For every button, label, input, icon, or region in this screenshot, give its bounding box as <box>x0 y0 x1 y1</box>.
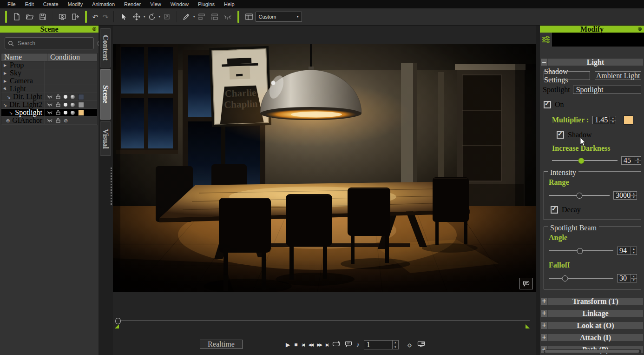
range-slider[interactable] <box>549 192 610 199</box>
column-name[interactable]: Name <box>1 54 47 61</box>
decay-checkbox[interactable] <box>551 206 558 214</box>
light-color-swatch[interactable] <box>78 102 84 108</box>
column-condition[interactable]: Condition <box>47 54 97 61</box>
frame-number-field[interactable]: 1 ▲▼ <box>364 340 399 349</box>
expander-icon[interactable]: ▶ <box>4 71 7 75</box>
linkage-section-header[interactable]: + Linkage <box>541 310 643 317</box>
scale-tool-icon[interactable] <box>161 10 172 23</box>
angle-knob[interactable] <box>577 248 583 254</box>
spin-up-icon[interactable]: ▲ <box>631 247 637 251</box>
falloff-spinner[interactable]: ▲▼ <box>631 275 637 282</box>
play-icon[interactable]: ▶ <box>286 342 290 348</box>
move-tool-icon[interactable] <box>131 10 142 23</box>
camera-caption-button[interactable] <box>519 278 533 289</box>
output-monitor-icon[interactable] <box>417 341 425 349</box>
audio-note-icon[interactable]: ♪ <box>356 342 360 348</box>
align-to-ground-icon[interactable] <box>209 10 220 23</box>
scene-panel-close-icon[interactable]: ⊗ <box>92 26 97 33</box>
multiplier-field[interactable]: 1.45 ▲▼ <box>592 116 616 124</box>
shadow-checkbox[interactable] <box>557 131 564 139</box>
realtime-button[interactable]: Realtime <box>200 340 243 349</box>
tab-scene[interactable]: Scene <box>100 69 111 120</box>
spin-down-icon[interactable]: ▼ <box>631 251 637 255</box>
tab-visual[interactable]: Visual <box>100 121 111 156</box>
custom-view-dropdown[interactable]: Custom▾ <box>256 12 302 22</box>
shadow-sphere-icon[interactable] <box>71 103 75 107</box>
range-value[interactable]: 3000 <box>614 192 631 199</box>
light-color-swatch[interactable] <box>78 94 84 100</box>
lookat-section-header[interactable]: + Look at (O) <box>541 322 643 329</box>
frame-spinner[interactable]: ▲▼ <box>392 341 398 349</box>
move-tool-caret[interactable]: ▾ <box>144 15 145 19</box>
increase-darkness-value[interactable]: 45 <box>622 157 635 164</box>
menu-edit[interactable]: Edit <box>20 1 39 7</box>
light-type-field[interactable]: Spotlight <box>573 86 641 94</box>
multiplier-spinner[interactable]: ▲▼ <box>610 116 616 124</box>
spin-down-icon[interactable]: ▼ <box>393 345 398 349</box>
panel-splitter-handle[interactable] <box>111 167 112 205</box>
redo-icon[interactable]: ↷ <box>100 13 111 20</box>
select-tool-icon[interactable] <box>118 10 129 23</box>
menu-window[interactable]: Window <box>166 1 193 7</box>
tree-row-gianchor[interactable]: ⊕GIAnchor ⊘ <box>1 117 97 125</box>
spin-up-icon[interactable]: ▲ <box>635 157 641 161</box>
timeline-playhead[interactable] <box>115 318 121 324</box>
go-to-start-icon[interactable]: |◀ <box>302 343 304 347</box>
range-field[interactable]: 3000 ▲▼ <box>613 191 637 200</box>
tree-row-camera[interactable]: ▶Camera <box>1 77 97 85</box>
rotate-tool-icon[interactable] <box>146 10 158 23</box>
menu-create[interactable]: Create <box>39 1 63 7</box>
ambient-light-button[interactable]: Ambient Light <box>595 71 641 80</box>
visibility-eye-icon[interactable] <box>47 116 53 125</box>
spin-up-icon[interactable]: ▲ <box>631 192 637 196</box>
increase-darkness-slider[interactable] <box>552 157 618 164</box>
angle-spinner[interactable]: ▲▼ <box>631 247 637 255</box>
attach-section-header[interactable]: + Attach (I) <box>541 334 643 341</box>
modify-attributes-tab[interactable] <box>540 33 552 47</box>
menu-plugins[interactable]: Plugins <box>193 1 219 7</box>
angle-slider[interactable] <box>549 248 613 254</box>
collapse-minus-icon[interactable]: – <box>541 59 548 66</box>
render-dot-icon[interactable] <box>64 103 67 107</box>
light-section-header[interactable]: – Light <box>541 59 643 66</box>
multiplier-value[interactable]: 1.45 <box>593 116 610 124</box>
menu-view[interactable]: View <box>145 1 166 7</box>
tree-row-light-group[interactable]: ▶Light <box>1 85 97 93</box>
menu-modify[interactable]: Modify <box>63 1 87 7</box>
menu-render[interactable]: Render <box>119 1 145 7</box>
timeline-track[interactable] <box>116 321 530 321</box>
spin-up-icon[interactable]: ▲ <box>610 116 616 121</box>
tab-content[interactable]: Content <box>100 28 111 67</box>
light-color-swatch[interactable] <box>624 115 633 125</box>
render-settings-icon[interactable]: ☼ <box>407 342 413 348</box>
caption-icon[interactable] <box>345 341 352 349</box>
spin-down-icon[interactable]: ▼ <box>631 196 637 200</box>
increase-darkness-field[interactable]: 45 ▲▼ <box>621 156 641 165</box>
menu-animation[interactable]: Animation <box>87 1 119 7</box>
transform-section-header[interactable]: + Transform (T) <box>541 298 643 305</box>
on-checkbox[interactable] <box>544 101 551 108</box>
timeline-strip[interactable] <box>113 307 536 335</box>
modify-panel-close-icon[interactable]: ⊗ <box>637 26 642 33</box>
increase-darkness-spinner[interactable]: ▲▼ <box>635 157 641 164</box>
tree-row-prop[interactable]: ▶Prop <box>1 61 97 69</box>
tree-row-dir-light2[interactable]: ↘Dir. Light2 <box>1 101 97 109</box>
angle-field[interactable]: 94 ▲▼ <box>617 247 637 255</box>
expand-plus-icon[interactable]: + <box>541 322 548 329</box>
visibility-eye-icon[interactable] <box>47 93 53 101</box>
tree-row-sky[interactable]: ▶Sky <box>1 69 97 77</box>
expand-plus-icon[interactable]: + <box>541 298 548 305</box>
range-start-marker[interactable] <box>115 324 119 328</box>
visibility-eye-icon[interactable] <box>47 100 53 109</box>
falloff-field[interactable]: 30 ▲▼ <box>617 274 637 282</box>
expander-open-icon[interactable]: ▶ <box>3 86 8 92</box>
shadow-sphere-icon[interactable] <box>71 95 75 99</box>
visibility-eye-icon[interactable] <box>47 108 53 117</box>
modify-horizontal-scrollbar[interactable] <box>544 349 641 353</box>
range-end-marker[interactable] <box>526 324 530 328</box>
previous-frame-icon[interactable]: ◀◀ <box>308 343 313 347</box>
rotate-tool-caret[interactable]: ▾ <box>159 15 161 19</box>
scrollbar-handle[interactable] <box>545 350 639 353</box>
export-icon[interactable] <box>70 10 81 23</box>
undo-icon[interactable]: ↶ <box>90 13 100 20</box>
